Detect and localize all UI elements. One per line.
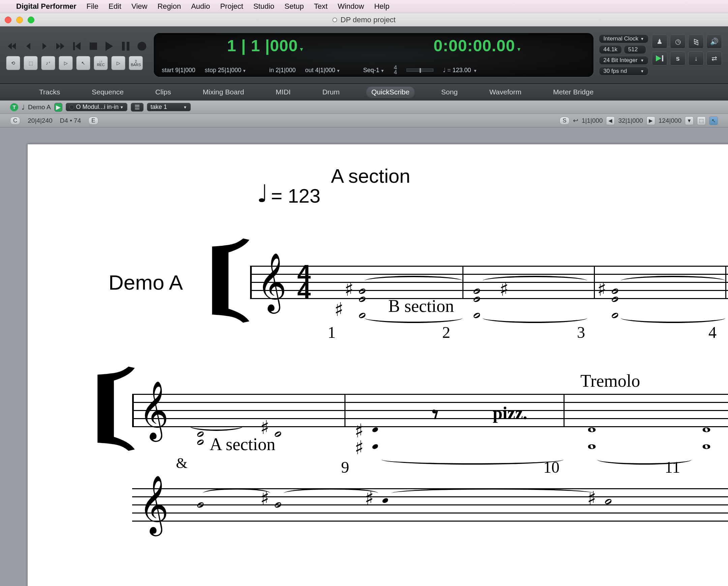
zoom-button[interactable] bbox=[28, 17, 34, 23]
range-end[interactable]: 32|1|000 bbox=[618, 117, 643, 124]
section-marker-a[interactable]: A section bbox=[331, 164, 410, 187]
time-counter[interactable]: 0:00:00.00▾ bbox=[434, 36, 520, 55]
tab-tracks[interactable]: Tracks bbox=[34, 86, 66, 98]
skip-back-button[interactable] bbox=[71, 40, 84, 53]
menu-file[interactable]: File bbox=[87, 2, 98, 11]
track-type-badge[interactable]: T bbox=[10, 103, 18, 111]
tempo-marking[interactable]: ♩ = 123 bbox=[257, 181, 320, 210]
marker-tool-5[interactable]: ↖ bbox=[76, 56, 90, 70]
tie bbox=[189, 421, 243, 431]
tab-sequence[interactable]: Sequence bbox=[86, 86, 129, 98]
bars-counter[interactable]: 1 | 1 |000▾ bbox=[227, 36, 303, 55]
clock-button[interactable]: ◷ bbox=[670, 34, 685, 49]
section-marker-b[interactable]: B section bbox=[388, 296, 454, 316]
speaker-button[interactable]: 🔊 bbox=[706, 34, 722, 49]
record-button[interactable] bbox=[135, 40, 148, 53]
stop-value[interactable]: 25|1|000 bbox=[218, 67, 241, 74]
menu-setup[interactable]: Setup bbox=[284, 2, 304, 11]
bit-format[interactable]: 24 Bit Integer▼ bbox=[599, 56, 648, 65]
tempo-slider[interactable] bbox=[407, 69, 434, 72]
menu-project[interactable]: Project bbox=[220, 2, 243, 11]
bars-tool[interactable]: 2BARS bbox=[129, 56, 143, 70]
menu-window[interactable]: Window bbox=[338, 2, 364, 11]
marker-tool-4[interactable]: ▷ bbox=[59, 56, 73, 70]
marker-tool-1[interactable]: ⟲ bbox=[6, 56, 20, 70]
play-enable[interactable]: ▶ bbox=[54, 103, 62, 111]
in-value[interactable]: 2|1|000 bbox=[276, 67, 295, 74]
clock-source[interactable]: Internal Clock▼ bbox=[599, 34, 648, 43]
section-marker-a2[interactable]: A section bbox=[210, 434, 275, 454]
take-selector[interactable]: take 1▼ bbox=[147, 103, 191, 111]
rewind-button[interactable] bbox=[6, 40, 19, 53]
tab-song[interactable]: Song bbox=[436, 86, 463, 98]
fast-forward-button[interactable] bbox=[55, 40, 68, 53]
auto-play-button[interactable] bbox=[652, 51, 667, 66]
range-dropdown[interactable]: ▼ bbox=[685, 116, 694, 125]
out-value[interactable]: 4|1|000 bbox=[315, 67, 335, 74]
start-value[interactable]: 9|1|000 bbox=[175, 67, 195, 74]
menu-region[interactable]: Region bbox=[157, 2, 181, 11]
bar-number-10: 10 bbox=[543, 458, 560, 477]
svg-point-4 bbox=[137, 42, 146, 51]
prev-range[interactable]: ◀ bbox=[606, 116, 615, 125]
pizz-marking[interactable]: pizz. bbox=[493, 403, 527, 423]
range-start[interactable]: 1|1|000 bbox=[582, 117, 603, 124]
download-button[interactable]: ↓ bbox=[688, 51, 704, 66]
s-button[interactable]: S bbox=[560, 117, 569, 125]
tab-waveform[interactable]: Waveform bbox=[484, 86, 527, 98]
tab-meter-bridge[interactable]: Meter Bridge bbox=[548, 86, 599, 98]
link-icon[interactable]: ↩ bbox=[573, 117, 578, 124]
tab-clips[interactable]: Clips bbox=[150, 86, 177, 98]
app-name[interactable]: Digital Performer bbox=[16, 2, 77, 11]
meter-display[interactable]: 44 bbox=[394, 66, 397, 75]
sequence-selector[interactable]: Seq-1 bbox=[363, 67, 380, 74]
metronome-button[interactable]: ⧎ bbox=[688, 34, 704, 49]
sample-rate[interactable]: 44.1k bbox=[599, 45, 622, 54]
menu-edit[interactable]: Edit bbox=[108, 2, 121, 11]
time-signature[interactable]: 44 bbox=[297, 265, 311, 299]
c-button[interactable]: C bbox=[10, 117, 20, 125]
forward-button[interactable] bbox=[38, 40, 51, 53]
tool-cursor[interactable]: ↖ bbox=[709, 116, 718, 125]
e-button[interactable]: E bbox=[88, 117, 98, 125]
overdub-tool[interactable]: ▷ bbox=[111, 56, 125, 70]
tab-mixing-board[interactable]: Mixing Board bbox=[198, 86, 250, 98]
play-button[interactable] bbox=[103, 40, 116, 53]
list-icon[interactable]: ☰ bbox=[131, 103, 144, 111]
bar-number-1: 1 bbox=[328, 323, 336, 341]
menu-studio[interactable]: Studio bbox=[254, 2, 274, 11]
output-selector[interactable]: O Modul...i in-in▼ bbox=[66, 103, 127, 111]
minimize-button[interactable] bbox=[16, 17, 23, 23]
menu-help[interactable]: Help bbox=[374, 2, 389, 11]
menu-audio[interactable]: Audio bbox=[191, 2, 210, 11]
tempo-display[interactable]: ♩ = 123.00 ▼ bbox=[443, 67, 477, 74]
marker-tool-2[interactable]: ⬚ bbox=[24, 56, 38, 70]
tremolo-marking[interactable]: Tremolo bbox=[580, 371, 640, 391]
score-viewport[interactable]: A section ♩ = 123 Demo A 𝄕 𝄞 44 bbox=[0, 127, 728, 586]
solo-button[interactable]: s bbox=[670, 51, 685, 66]
tab-midi[interactable]: MIDI bbox=[270, 86, 296, 98]
rec-tool[interactable]: ↓↑REC bbox=[94, 56, 108, 70]
click-button[interactable]: ♟ bbox=[652, 34, 667, 49]
link-button[interactable]: ⇄ bbox=[706, 51, 722, 66]
range-total[interactable]: 124|000 bbox=[658, 117, 681, 124]
tie bbox=[483, 276, 587, 286]
buffer-size[interactable]: 512 bbox=[624, 45, 646, 54]
start-label: start bbox=[162, 67, 174, 74]
menu-text[interactable]: Text bbox=[314, 2, 328, 11]
back-button[interactable] bbox=[22, 40, 35, 53]
utility-buttons: ♟ ◷ ⧎ 🔊 s ↓ ⇄ bbox=[652, 34, 722, 76]
stop-button[interactable] bbox=[87, 40, 100, 53]
menu-view[interactable]: View bbox=[131, 2, 147, 11]
tie bbox=[392, 488, 594, 498]
tab-quickscribe[interactable]: QuickScribe bbox=[366, 86, 415, 98]
marker-tool-3[interactable]: ♪⁺ bbox=[41, 56, 55, 70]
next-range[interactable]: ▶ bbox=[646, 116, 655, 125]
pause-button[interactable] bbox=[119, 40, 132, 53]
close-button[interactable] bbox=[5, 17, 11, 23]
frame-rate[interactable]: 30 fps nd▼ bbox=[599, 67, 648, 76]
tab-drum[interactable]: Drum bbox=[317, 86, 345, 98]
score-page[interactable]: A section ♩ = 123 Demo A 𝄕 𝄞 44 bbox=[28, 144, 728, 586]
treble-clef-icon: 𝄞 bbox=[139, 476, 169, 534]
tool-pointer[interactable]: ⬚ bbox=[697, 116, 706, 125]
